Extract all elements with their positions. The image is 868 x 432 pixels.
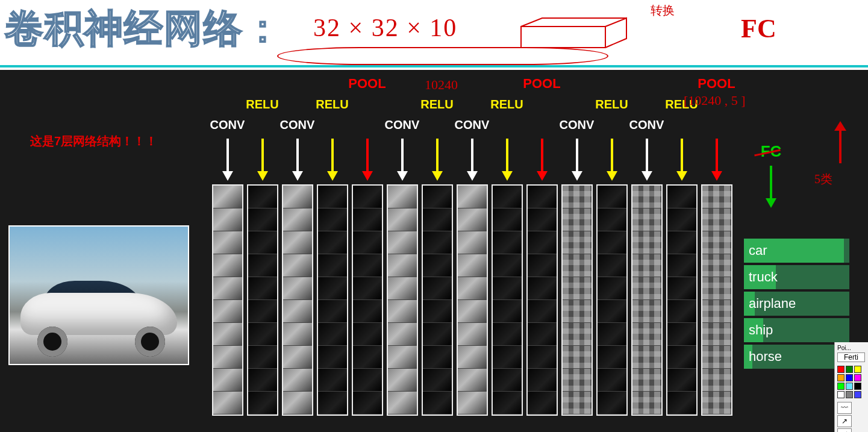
feature-map [248,392,277,415]
feature-map [528,277,557,300]
feature-map [388,208,417,231]
feature-map [318,369,347,392]
feature-map [213,300,242,323]
layer-col-2: CONV [281,76,314,425]
feature-map [667,323,696,346]
feature-maps [561,184,593,416]
layer-col-9: POOL [525,76,558,425]
feature-map [283,346,312,369]
color-swatch[interactable] [846,391,853,398]
feature-map [213,392,242,415]
feature-map [458,208,487,231]
feature-map [283,231,312,254]
feature-map [388,231,417,254]
feature-map [632,323,661,346]
layer-arrow [575,139,579,181]
color-swatch[interactable] [854,391,861,398]
feature-map [702,369,731,392]
feature-maps [212,184,243,416]
feature-map [283,277,312,300]
feature-map [632,208,661,231]
toolbox-menu-button[interactable]: Ferti [837,352,865,362]
feature-map [353,231,382,254]
layer-col-11: RELU [595,76,628,425]
feature-map [632,346,661,369]
feature-map [213,231,242,254]
feature-map [213,208,242,231]
feature-map [213,186,242,208]
feature-map [423,231,452,254]
hand-5class: 5类 [814,171,832,187]
feature-map [702,186,731,208]
color-swatch[interactable] [837,383,845,390]
color-swatch[interactable] [854,366,861,373]
feature-map [493,254,522,277]
color-swatch[interactable] [854,383,861,390]
feature-map [702,208,731,231]
cnn-layers: CONVRELUCONVRELUPOOLCONVRELUCONVRELUPOOL… [211,76,741,425]
feature-map [318,208,347,231]
feature-map [388,254,417,277]
feature-map [563,254,592,277]
feature-map [283,392,312,415]
layer-arrow [645,139,649,181]
hand-10240-a: 10240 [425,77,458,93]
feature-map [423,300,452,323]
feature-map [353,277,382,300]
color-swatch[interactable] [837,391,845,398]
feature-map [493,186,522,208]
feature-map [213,323,242,346]
color-swatch[interactable] [837,374,845,381]
feature-map [493,277,522,300]
tool-button[interactable]: ／ [837,428,852,432]
feature-map [563,346,592,369]
color-swatch[interactable] [846,366,853,373]
layer-col-12: CONV [630,76,663,425]
feature-map [248,277,277,300]
layer-label-bot: CONV [280,118,315,135]
layer-col-1: RELU [246,76,279,425]
feature-map [458,254,487,277]
feature-map [283,254,312,277]
color-swatch[interactable] [854,374,861,381]
feature-map [598,392,626,415]
slide-title: 卷积神经网络： [5,2,283,55]
feature-map [248,254,277,277]
prediction-truck: truck [744,265,849,289]
feature-map [423,254,452,277]
feature-map [528,392,557,415]
feature-map [318,277,347,300]
feature-maps [631,184,663,416]
feature-map [248,186,277,208]
feature-map [283,208,312,231]
feature-map [248,369,277,392]
layer-col-0: CONV [211,76,244,425]
layer-arrow [400,139,405,181]
feature-map [563,277,592,300]
drawing-toolbox[interactable]: Poi... Ferti 〰↗／○□△▭✎ [834,342,868,432]
feature-map [248,231,277,254]
feature-map [632,369,661,392]
feature-map [493,392,522,415]
feature-map [528,231,557,254]
tool-button[interactable]: ↗ [837,415,852,427]
feature-map [388,323,417,346]
feature-map [598,346,626,369]
color-swatch[interactable] [837,366,845,373]
layer-arrow [610,139,614,181]
color-swatches [837,366,866,398]
layer-col-3: RELU [316,76,349,425]
feature-map [598,231,626,254]
prediction-label: horse [744,349,782,365]
layer-label-mid: RELU [420,98,453,114]
tool-button[interactable]: 〰 [837,402,852,414]
fc-arrow [769,166,773,208]
layer-label-mid: RELU [316,98,348,114]
feature-map [493,231,522,254]
note-7-layers: 这是7层网络结构！！！ [30,133,157,149]
color-swatch[interactable] [846,383,853,390]
color-swatch[interactable] [846,374,853,381]
feature-map [632,254,661,277]
feature-map [423,346,452,369]
feature-map [213,369,242,392]
